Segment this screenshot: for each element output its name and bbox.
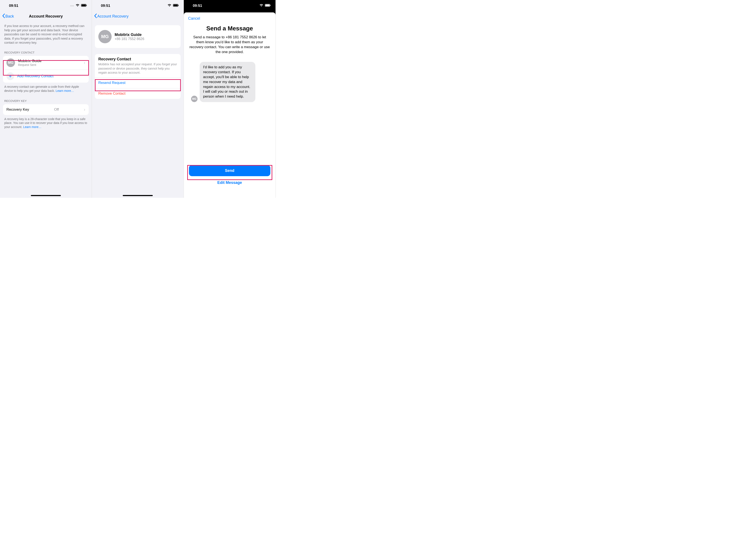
contact-name: Mobitrix Guide — [115, 33, 177, 37]
message-preview: MG I'd like to add you as my recovery co… — [184, 55, 275, 102]
back-button[interactable]: Back — [2, 13, 14, 19]
contact-phone: +86 181 7552 8626 — [115, 37, 177, 41]
sheet-body: Send a message to +86 181 7552 8626 to l… — [184, 32, 275, 55]
svg-rect-4 — [174, 4, 178, 6]
cancel-button[interactable]: Cancel — [188, 16, 200, 21]
recovery-contact-header: Recovery Contact — [98, 57, 177, 61]
recovery-contact-info: Recovery Contact Mobitrix has not accept… — [95, 54, 181, 78]
home-indicator[interactable] — [123, 195, 153, 196]
edit-message-button[interactable]: Edit Message — [184, 181, 275, 185]
recovery-contact-desc: Mobitrix has not accepted your request. … — [98, 62, 177, 75]
battery-icon — [173, 4, 179, 8]
contact-identity-card: MG Mobitrix Guide +86 181 7552 8626 — [95, 25, 181, 48]
send-button[interactable]: Send — [189, 165, 270, 176]
section-header-key: RECOVERY KEY — [0, 95, 92, 104]
status-time: 09:51 — [193, 4, 202, 8]
status-time: 09:51 — [101, 4, 110, 8]
screen-contact-detail: 09:51 Account Recovery MG Mobitrix Guide… — [92, 0, 184, 198]
recovery-contact-card: MG Mobitrix Guide Request Sent › + Add R… — [3, 56, 89, 83]
status-time: 09:51 — [9, 4, 18, 8]
recovery-key-value: Off — [54, 108, 59, 112]
add-recovery-contact-label: Add Recovery Contact — [17, 74, 54, 78]
carrier-dots-icon: •••• — [70, 5, 74, 7]
avatar: MG — [191, 96, 198, 102]
resend-request-label: Resend Request — [98, 81, 126, 85]
wifi-icon — [259, 4, 263, 8]
remove-contact-label: Remove Contact — [98, 91, 126, 96]
nav-bar: Account Recovery — [92, 12, 184, 21]
key-footer: A recovery key is a 28-character code th… — [0, 115, 92, 132]
section-header-contact: RECOVERY CONTACT — [0, 47, 92, 56]
back-label: Back — [5, 14, 14, 19]
sheet-title: Send a Message — [184, 25, 275, 32]
recovery-key-row[interactable]: Recovery Key Off › — [3, 104, 89, 115]
status-right: •••• — [70, 4, 87, 8]
modal-sheet: Cancel Send a Message Send a message to … — [184, 12, 275, 198]
remove-contact-row[interactable]: Remove Contact — [95, 88, 181, 99]
learn-more-link[interactable]: Learn more… — [56, 89, 74, 93]
add-recovery-contact-row[interactable]: + Add Recovery Contact — [3, 70, 89, 83]
wifi-icon — [76, 4, 79, 8]
chevron-right-icon: › — [84, 107, 85, 112]
contact-footer: A recovery contact can generate a code f… — [0, 83, 92, 95]
chevron-left-icon — [2, 13, 5, 19]
chevron-left-icon — [94, 13, 97, 19]
svg-rect-1 — [82, 4, 86, 6]
recovery-actions-card: Recovery Contact Mobitrix has not accept… — [95, 54, 181, 99]
svg-rect-8 — [270, 5, 271, 6]
status-bar: 09:51 — [92, 0, 184, 12]
back-label: Account Recovery — [97, 14, 129, 19]
svg-rect-2 — [86, 5, 87, 6]
status-right — [168, 4, 179, 8]
screen-account-recovery: 09:51 •••• Back Account Recovery If you … — [0, 0, 92, 198]
avatar: MG — [6, 58, 15, 67]
recovery-contact-row[interactable]: MG Mobitrix Guide Request Sent › — [3, 56, 89, 70]
battery-icon — [81, 4, 87, 8]
status-bar: 09:51 — [184, 0, 275, 12]
screen-send-message: 09:51 Cancel Send a Message Send a messa… — [184, 0, 276, 198]
plus-icon: + — [6, 72, 14, 80]
back-button[interactable]: Account Recovery — [94, 13, 129, 19]
recovery-key-card: Recovery Key Off › — [3, 104, 89, 115]
home-indicator[interactable] — [31, 195, 61, 196]
chevron-right-icon: › — [84, 60, 85, 65]
contact-identity-row: MG Mobitrix Guide +86 181 7552 8626 — [95, 25, 181, 48]
resend-request-row[interactable]: Resend Request — [95, 78, 181, 88]
message-bubble: I'd like to add you as my recovery conta… — [200, 62, 255, 102]
svg-rect-7 — [265, 4, 270, 6]
status-right — [259, 4, 271, 8]
status-bar: 09:51 •••• — [0, 0, 92, 12]
nav-bar: Back Account Recovery — [0, 12, 92, 21]
recovery-key-label: Recovery Key — [6, 108, 29, 112]
intro-text: If you lose access to your account, a re… — [0, 21, 92, 47]
avatar: MG — [98, 30, 112, 43]
svg-rect-5 — [178, 5, 179, 6]
wifi-icon — [168, 4, 171, 8]
battery-icon — [265, 4, 271, 8]
contact-name: Mobitrix Guide — [18, 59, 81, 63]
learn-more-link-2[interactable]: Learn more… — [23, 125, 42, 129]
contact-status: Request Sent — [18, 63, 81, 67]
